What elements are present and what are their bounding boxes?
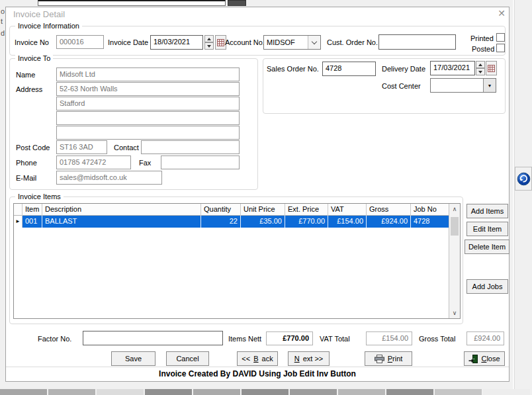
gross-total-label: Gross Total [419,335,455,343]
scroll-up-icon[interactable]: ∧ [449,204,460,214]
printed-checkbox[interactable] [496,33,505,42]
account-no-combo[interactable]: MIDSOF [263,35,321,50]
address-line-4-field[interactable] [56,126,240,140]
invoice-date-spinner [204,35,214,50]
dialog-title: Invoice Detail [13,9,65,19]
post-code-field[interactable]: ST16 3AD [56,140,107,154]
table-row[interactable]: ► 001 BALLAST 22 £35.00 £770.00 £154.00 … [14,216,460,228]
address-line-3-field[interactable] [56,111,240,125]
cost-center-combo[interactable]: ▼ [430,78,496,93]
spin-up-button[interactable] [476,61,485,68]
spin-up-button[interactable] [204,35,214,42]
email-label: E-Mail [16,174,36,182]
combo-dropdown-button[interactable]: ▼ [483,79,496,92]
selector-header-cell [14,204,22,216]
background-button-fragment [290,389,337,395]
cost-center-label: Cost Center [382,82,421,90]
cancel-button[interactable]: Cancel [166,351,209,366]
column-header: Description [42,204,201,216]
status-bar: Invoice Created By DAVID Using Job Edit … [5,369,510,378]
group-title: Invoice Information [15,22,82,30]
cust-order-no-field[interactable] [378,34,456,50]
address-line-2-field[interactable]: Stafford [56,97,240,110]
invoice-date-label: Invoice Date [108,38,148,46]
next-button[interactable]: Next >> [288,351,330,366]
dropdown-arrow-icon: ▼ [488,83,492,88]
chevron-down-icon [312,38,317,44]
down-arrow-icon [207,45,211,48]
edit-item-button[interactable]: Edit Item [466,222,508,236]
combo-value: MIDSOF [264,36,298,49]
screen: o t d Invoice Detail ✕ Invoice Informati… [0,0,532,395]
delivery-date-calendar-button[interactable] [486,61,497,75]
items-nett-value: £770.00 [266,331,313,345]
add-items-button[interactable]: Add Items [466,204,508,218]
combo-dropdown-button[interactable] [308,36,320,49]
items-nett-label: Items Nett [228,335,261,343]
contact-label: Contact [114,144,139,152]
add-jobs-button[interactable]: Add Jobs [466,279,508,294]
background-clipped-letter: d [1,29,5,37]
delivery-date-spinner [476,61,485,75]
status-separator [6,367,509,367]
refresh-icon [517,172,531,186]
button-label: Close [481,355,500,363]
address-label: Address [16,85,42,93]
scroll-down-icon[interactable]: ∨ [449,308,460,318]
item-cell: 001 [22,216,42,228]
calendar-icon [217,39,224,46]
address-line-1-field[interactable]: 52-63 North Walls [56,82,240,96]
factor-no-field[interactable] [83,331,223,345]
background-textbox-fragment [38,0,226,6]
close-button[interactable]: Close [464,351,505,366]
phone-field[interactable]: 01785 472472 [56,155,131,169]
scrollbar-thumb[interactable] [451,217,459,236]
printed-label: Printed [470,34,494,42]
invoice-date-field[interactable]: 18/03/2021 [150,35,203,50]
phone-label: Phone [16,159,37,167]
email-field[interactable]: sales@midsoft.co.uk [56,171,162,185]
post-code-label: Post Code [16,144,50,152]
invoice-items-grid: Item Description Quantity Unit Price Ext… [13,203,461,319]
background-button-strip [0,389,532,395]
save-button[interactable]: Save [111,351,155,366]
quantity-cell: 22 [201,216,241,228]
background-button-fragment [0,389,47,395]
column-header: Item [22,204,42,216]
exit-door-icon [468,355,478,363]
job-no-cell: 4728 [411,216,450,228]
contact-field[interactable] [141,140,240,154]
close-icon[interactable]: ✕ [496,8,507,19]
delivery-date-label: Delivery Date [382,65,425,73]
refresh-button[interactable] [515,167,532,191]
column-header: Job No [411,204,450,216]
background-button-fragment [145,389,192,395]
background-button-fragment [338,389,385,395]
grid-scrollbar[interactable]: ∧ ∨ [449,204,460,318]
background-button-fragment [386,389,433,395]
posted-checkbox[interactable] [496,44,505,52]
account-no-label: Account No. [225,38,265,46]
vat-total-value: £154.00 [366,331,412,345]
fax-label: Fax [139,159,151,167]
delete-item-button[interactable]: Delete Item [465,240,510,254]
column-header: Unit Price [241,204,285,216]
name-field[interactable]: Midsoft Ltd [56,67,240,81]
background-button-fragment [193,389,240,395]
up-arrow-icon [478,64,482,66]
name-label: Name [16,71,35,79]
sales-order-no-field[interactable]: 4728 [322,62,376,76]
sales-order-no-label: Sales Order No. [267,65,319,73]
background-clipped-letter: t [1,17,3,25]
fax-field[interactable] [161,155,240,169]
invoice-no-field[interactable]: 000016 [56,35,104,49]
spin-down-button[interactable] [204,42,214,50]
background-button-fragment [97,389,144,395]
calendar-icon [488,65,495,72]
cust-order-no-label: Cust. Order No. [327,38,378,46]
group-title: Invoice Items [15,193,64,200]
back-button[interactable]: << Back [237,351,278,366]
spin-down-button[interactable] [476,68,485,75]
delivery-date-field[interactable]: 17/03/2021 [430,61,475,75]
print-button[interactable]: Print [365,351,412,366]
